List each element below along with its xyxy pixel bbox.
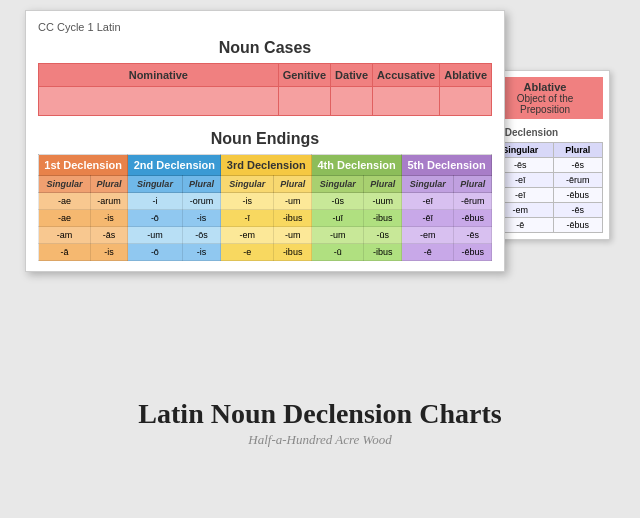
endings-cell: -ō [128,244,182,261]
fifth-cell: -ērum [553,173,603,188]
nominative-cell [39,87,279,116]
endings-cell: -ērum [454,193,492,210]
endings-cell: -ēbus [454,210,492,227]
endings-cell: -ae [39,193,91,210]
endings-cell: -ū [312,244,364,261]
endings-cell: -um [128,227,182,244]
endings-cell: -ūs [364,227,402,244]
fifth-cell: -ēs [553,158,603,173]
endings-cell: -ēī [402,210,454,227]
dative-cell [331,87,373,116]
endings-cell: -orum [182,193,221,210]
endings-cell: -ēbus [454,244,492,261]
sub-header: Singular [312,176,364,193]
sub-header: Singular [221,176,274,193]
ablative-title: Ablative [493,81,597,93]
cards-area: Ablative Object of the Preposition 5th D… [10,10,630,390]
endings-cell: -is [182,210,221,227]
endings-cell: -ā [39,244,91,261]
sub-header: Singular [402,176,454,193]
endings-cell: -i [128,193,182,210]
noun-case-header: Dative [331,64,373,87]
noun-case-header: Nominative [39,64,279,87]
endings-cell: -um [274,227,312,244]
noun-cases-title: Noun Cases [38,39,492,57]
declension-header: 5th Declension [402,155,492,176]
endings-cell: -ibus [274,210,312,227]
endings-cell: -uī [312,210,364,227]
fifth-cell: -ēs [553,203,603,218]
noun-case-header: Ablative [440,64,492,87]
bottom-title: Latin Noun Declension Charts [138,398,501,430]
endings-cell: -ōs [182,227,221,244]
endings-cell: -um [312,227,364,244]
noun-case-header: Accusative [373,64,440,87]
endings-cell: -ē [402,244,454,261]
noun-case-header: Genitive [278,64,330,87]
endings-cell: -ae [39,210,91,227]
endings-cell: -e [221,244,274,261]
endings-cell: -arum [90,193,127,210]
noun-endings-title: Noun Endings [38,130,492,148]
declension-header: 4th Declension [312,155,402,176]
endings-cell: -ibus [364,244,402,261]
declension-header: 2nd Declension [128,155,221,176]
fifth-cell: -ēbus [553,218,603,233]
noun-endings-table: 1st Declension2nd Declension3rd Declensi… [38,154,492,261]
sub-header: Plural [274,176,312,193]
fifth-plural-header: Plural [553,143,603,158]
card-subtitle: CC Cycle 1 Latin [38,21,492,33]
sub-header: Singular [39,176,91,193]
sub-header: Plural [182,176,221,193]
outer-container: Ablative Object of the Preposition 5th D… [0,0,640,518]
endings-cell: -ō [128,210,182,227]
endings-cell: -ī [221,210,274,227]
accusative-cell [373,87,440,116]
endings-cell: -is [90,244,127,261]
sub-header: Plural [90,176,127,193]
endings-cell: -eī [402,193,454,210]
ablative-cell [440,87,492,116]
endings-cell: -ibus [364,210,402,227]
endings-cell: -am [39,227,91,244]
declension-header: 3rd Declension [221,155,312,176]
endings-cell: -ās [90,227,127,244]
endings-cell: -em [402,227,454,244]
sub-header: Plural [454,176,492,193]
endings-cell: -is [221,193,274,210]
noun-cases-table: NominativeGenitiveDativeAccusativeAblati… [38,63,492,116]
endings-cell: -ūs [312,193,364,210]
endings-cell: -ēs [454,227,492,244]
declension-header: 1st Declension [39,155,128,176]
bottom-subtitle: Half-a-Hundred Acre Wood [248,432,391,448]
endings-cell: -um [274,193,312,210]
endings-cell: -is [182,244,221,261]
endings-cell: -ibus [274,244,312,261]
fifth-cell: -ēbus [553,188,603,203]
ablative-subtitle: Object of the Preposition [493,93,597,115]
genitive-cell [278,87,330,116]
sub-header: Plural [364,176,402,193]
endings-cell: -is [90,210,127,227]
endings-cell: -uum [364,193,402,210]
main-card: CC Cycle 1 Latin Noun Cases NominativeGe… [25,10,505,272]
endings-cell: -em [221,227,274,244]
sub-header: Singular [128,176,182,193]
